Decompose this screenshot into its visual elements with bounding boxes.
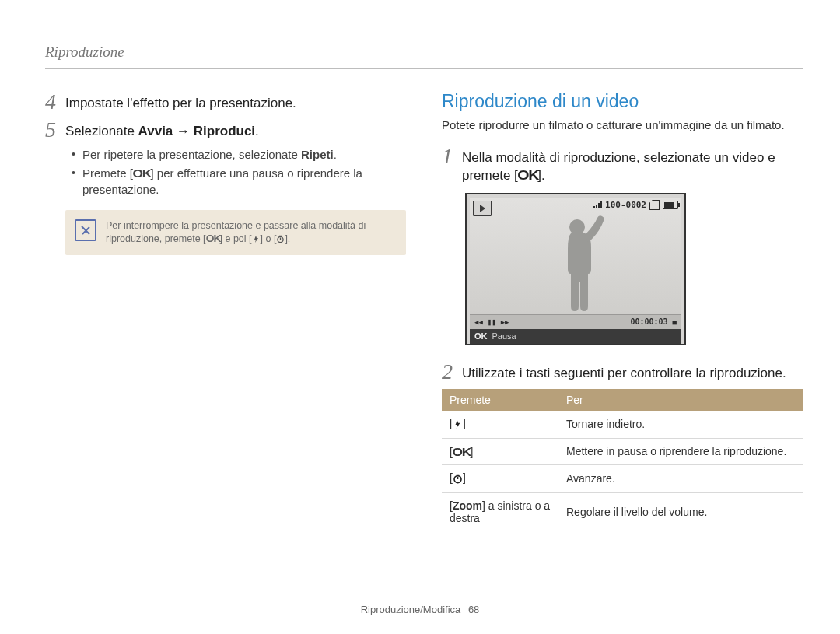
section-intro: Potete riprodurre un filmato o catturare… (442, 118, 803, 131)
text: → (173, 124, 193, 138)
forward-icon: ▶▶ (501, 318, 509, 326)
sdcard-icon (649, 200, 660, 210)
table-row: [Zoom] a sinistra o a destra Regolare il… (442, 492, 803, 531)
text: ]. (285, 233, 290, 244)
controls-table: Premete Per [] Tornare indietro. [OK] Me… (442, 389, 803, 531)
note-box: Per interrompere la presentazione e pass… (65, 210, 406, 255)
ok-icon: OK (131, 166, 152, 181)
ok-icon: OK (474, 331, 488, 341)
text: Selezionate (65, 124, 138, 138)
step-number: 1 (442, 145, 462, 167)
chapter-title: Riproduzione (45, 44, 803, 61)
text: ] e poi [ (220, 233, 252, 244)
volume-icon (593, 201, 602, 208)
svg-point-1 (569, 219, 585, 235)
step-2: 2 Utilizzate i tasti seguenti per contro… (442, 361, 803, 383)
step-4: 4 Impostate l'effetto per la presentazio… (45, 91, 406, 113)
key-cell: [Zoom] a sinistra o a destra (442, 492, 558, 531)
key-cell: [OK] (442, 438, 558, 464)
footer-section: Riproduzione/Modifica (361, 604, 461, 615)
bullet-item: Premete [OK] per effettuare una pausa o … (72, 166, 406, 198)
action-cell: Regolare il livello del volume. (558, 492, 803, 531)
playback-mode-icon (473, 201, 492, 216)
step-text: Utilizzate i tasti seguenti per controll… (462, 361, 786, 383)
page-number: 68 (468, 604, 479, 615)
step-text: Impostate l'effetto per la presentazione… (65, 91, 296, 113)
table-header: Premete (442, 389, 558, 411)
action-cell: Mettere in pausa o riprendere la riprodu… (558, 438, 803, 464)
table-row: [] Tornare indietro. (442, 411, 803, 439)
text-bold: Riproduci (194, 124, 255, 138)
elapsed-time: 00:00:03 (630, 317, 667, 326)
left-column: 4 Impostate l'effetto per la presentazio… (45, 91, 406, 531)
ok-icon: OK (516, 167, 539, 185)
page-footer: Riproduzione/Modifica 68 (0, 604, 840, 615)
action-cell: Tornare indietro. (558, 411, 803, 439)
ok-icon: OK (205, 233, 221, 245)
pause-icon: ❚❚ (488, 318, 496, 326)
note-icon (75, 219, 96, 241)
header-rule (45, 68, 803, 69)
text-bold: Zoom (453, 499, 482, 512)
action-cell: Avanzare. (558, 464, 803, 492)
timer-icon (276, 235, 285, 243)
step-number: 5 (45, 119, 65, 141)
text: Per ripetere la presentazione, seleziona… (82, 148, 301, 161)
key-cell: [] (442, 411, 558, 439)
file-counter: 100-0002 (605, 200, 646, 210)
step-number: 4 (45, 91, 65, 113)
note-text: Per interrompere la presentazione e pass… (106, 219, 395, 246)
table-header: Per (558, 389, 803, 411)
key-cell: [] (442, 464, 558, 492)
text: Premete [ (82, 166, 133, 180)
text-bold: Avvia (138, 124, 173, 138)
rewind-icon: ◀◀ (474, 318, 483, 326)
right-column: Riproduzione di un video Potete riprodur… (442, 91, 803, 531)
text: Nella modalità di riproduzione, selezion… (462, 150, 775, 183)
text: ] o [ (261, 233, 277, 244)
flash-icon (453, 419, 463, 432)
text: . (255, 124, 259, 138)
table-row: [OK] Mettere in pausa o riprendere la ri… (442, 438, 803, 464)
flash-icon (252, 235, 261, 243)
step-text: Nella modalità di riproduzione, selezion… (462, 145, 803, 185)
lcd-screenshot: 100-0002 (465, 193, 686, 345)
step-number: 2 (442, 361, 462, 383)
lcd-control-bar: ◀◀ ❚❚ ▶▶ 00:00:03 ■ (470, 314, 681, 329)
bullet-item: Per ripetere la presentazione, seleziona… (72, 147, 406, 163)
step-1: 1 Nella modalità di riproduzione, selezi… (442, 145, 803, 185)
hint-text: Pausa (492, 331, 516, 341)
video-thumbnail-icon (548, 213, 610, 314)
stop-icon: ■ (673, 318, 677, 326)
text: . (334, 148, 337, 161)
section-title: Riproduzione di un video (442, 91, 803, 112)
lcd-hint-bar: OK Pausa (470, 329, 681, 344)
timer-icon (453, 474, 463, 486)
step-5-bullets: Per ripetere la presentazione, seleziona… (72, 147, 406, 198)
table-row: [] Avanzare. (442, 464, 803, 492)
step-text: Selezionate Avvia → Riproduci. (65, 119, 259, 141)
text-bold: Ripeti (301, 148, 334, 161)
ok-icon: OK (451, 445, 471, 458)
battery-icon (663, 201, 678, 209)
lcd-status-bar: 100-0002 (593, 200, 678, 210)
step-5: 5 Selezionate Avvia → Riproduci. (45, 119, 406, 141)
